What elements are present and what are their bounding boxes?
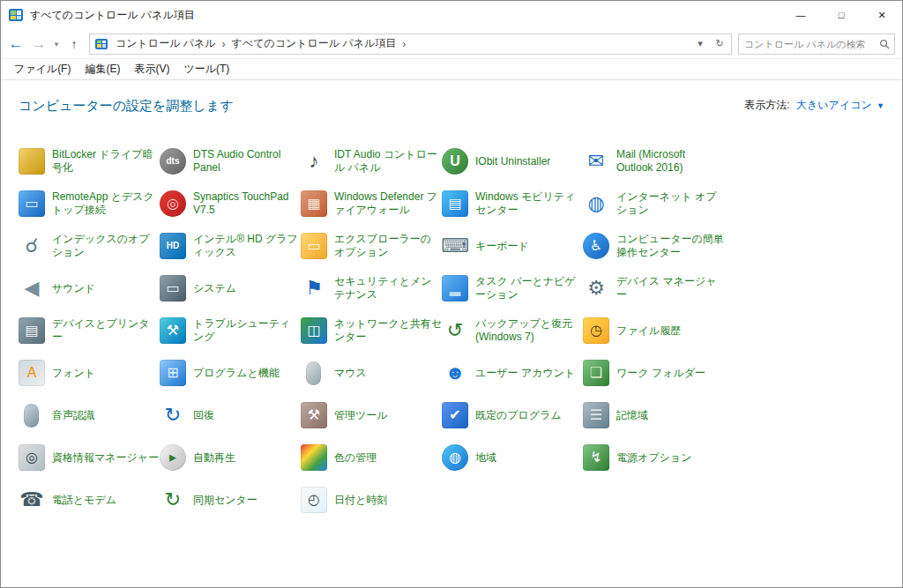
control-panel-item-label: 資格情報マネージャー [52,451,159,465]
programs-features-icon: ⊞ [160,360,186,386]
control-panel-item[interactable]: ▭エクスプローラーのオプション [301,231,442,261]
up-button[interactable]: ↑ [63,33,86,56]
control-panel-item[interactable]: ▦Windows Defender ファイアウォール [301,189,442,219]
control-panel-item[interactable]: 音声認識 [19,400,160,430]
windows-firewall-icon: ▦ [301,190,327,217]
control-panel-item-label: 地域 [475,451,496,465]
minimize-button[interactable]: — [780,1,821,29]
control-panel-item[interactable]: ▂タスク バーとナビゲーション [442,273,583,303]
forward-button[interactable]: → [27,33,50,56]
control-panel-item[interactable]: ▸自動再生 [160,443,301,473]
internet-options-icon: ◍ [583,190,609,217]
breadcrumb-item-all-items[interactable]: すべてのコントロール パネル項目 [228,33,400,54]
close-button[interactable]: ✕ [862,1,902,29]
control-panel-item[interactable]: ⊞プログラムと機能 [160,358,301,388]
control-panel-item[interactable]: Aフォント [19,358,160,388]
control-panel-item-label: プログラムと機能 [193,367,280,380]
control-panel-item[interactable]: ✔既定のプログラム [442,400,583,430]
menu-item-tools[interactable]: ツール(T) [177,59,235,79]
menu-item-view[interactable]: 表示(V) [128,59,175,79]
control-panel-item[interactable]: ◫ネットワークと共有センター [301,316,442,346]
control-panel-item-label: 電話とモデム [52,494,116,507]
maximize-button[interactable]: □ [821,1,862,29]
control-panel-item[interactable]: ◍インターネット オプション [583,189,724,219]
control-panel-item-label: バックアップと復元 (Windows 7) [475,317,583,344]
window-title: すべてのコントロール パネル項目 [30,8,780,23]
control-panel-item[interactable]: ▭システム [160,273,301,303]
control-panel-item[interactable]: BitLocker ドライブ暗号化 [19,146,160,176]
control-panel-item-label: 音声認識 [52,409,94,422]
control-panel-item[interactable]: ↺バックアップと復元 (Windows 7) [442,316,583,346]
control-panel-item[interactable]: ◴日付と時刻 [301,485,442,515]
control-panel-item[interactable]: ⚑セキュリティとメンテナンス [301,273,442,303]
control-panel-item-label: サウンド [52,282,95,295]
control-panel-item-label: ファイル履歴 [616,324,681,338]
control-panel-item[interactable]: ◀サウンド [19,273,160,303]
security-maintenance-icon: ⚑ [301,275,327,301]
control-panel-item-label: BitLocker ドライブ暗号化 [52,148,160,175]
control-panel-item-label: セキュリティとメンテナンス [334,275,442,301]
menu-item-file[interactable]: ファイル(F) [8,59,77,79]
back-button[interactable]: ← [4,33,27,56]
control-panel-item[interactable]: ☎電話とモデム [19,485,160,515]
breadcrumb-separator: › [220,38,228,50]
chevron-down-icon[interactable]: ▼ [877,101,884,110]
search-input[interactable] [739,39,875,49]
control-panel-item[interactable]: ◍地域 [442,443,583,473]
control-panel-item[interactable]: ▤Windows モビリティ センター [442,189,583,219]
control-panel-item[interactable]: ▭RemoteApp とデスクトップ接続 [19,189,160,219]
menu-item-edit[interactable]: 編集(E) [78,59,126,79]
control-panel-item[interactable]: ◎Synaptics TouchPad V7.5 [160,189,301,219]
devices-printers-icon: ▤ [19,317,45,344]
content-area: コンピューターの設定を調整します 表示方法: 大きいアイコン ▼ BitLock… [1,80,902,587]
control-panel-item-label: コンピューターの簡単操作センター [616,233,724,259]
iobit-uninstaller-icon: U [442,148,468,175]
autoplay-icon: ▸ [160,444,186,471]
control-panel-item-label: 既定のプログラム [475,409,562,422]
date-time-icon: ◴ [301,487,327,513]
recovery-icon: ↻ [160,402,186,428]
control-panel-item[interactable]: ✉Mail (Microsoft Outlook 2016) [583,146,724,176]
control-panel-item[interactable]: ❏ワーク フォルダー [583,358,724,388]
control-panel-item[interactable]: ⚒トラブルシューティング [160,316,301,346]
control-panel-item[interactable]: ↯電源オプション [583,443,724,473]
control-panel-item[interactable]: dtsDTS Audio Control Panel [160,146,301,176]
view-by-value[interactable]: 大きいアイコン [796,99,872,111]
control-panel-item[interactable]: UIObit Uninstaller [442,146,583,176]
control-panel-item[interactable]: ↻回復 [160,400,301,430]
control-panel-item-label: ワーク フォルダー [616,367,705,380]
control-panel-item[interactable]: HDインテル® HD グラフィックス [160,231,301,261]
control-panel-item-label: 自動再生 [193,451,235,465]
control-panel-item[interactable]: ⚒管理ツール [301,400,442,430]
control-panel-item[interactable]: ☻ユーザー アカウント [442,358,583,388]
phone-modem-icon: ☎ [19,487,45,513]
control-panel-item-label: トラブルシューティング [193,317,301,344]
network-sharing-icon: ◫ [301,317,327,344]
control-panel-item-label: タスク バーとナビゲーション [475,275,583,301]
search-icon[interactable] [875,39,894,49]
address-bar[interactable]: コントロール パネル › すべてのコントロール パネル項目 › ▾ ↻ [89,33,732,55]
control-panel-item[interactable]: ▤デバイスとプリンター [19,316,160,346]
control-panel-item-label: 管理ツール [334,409,388,422]
control-panel-icon [9,9,23,21]
control-panel-item[interactable]: ☰記憶域 [583,400,724,430]
control-panel-item-label: エクスプローラーのオプション [334,233,442,259]
address-dropdown-button[interactable]: ▾ [690,34,710,54]
breadcrumb-item-control-panel[interactable]: コントロール パネル [112,33,220,54]
control-panel-item[interactable]: ♪IDT Audio コントロール パネル [301,146,442,176]
control-panel-item[interactable]: ⚙デバイス マネージャー [583,273,724,303]
control-panel-item[interactable]: ◎資格情報マネージャー [19,443,160,473]
refresh-button[interactable]: ↻ [710,34,729,54]
control-panel-item[interactable]: 色の管理 [301,443,442,473]
control-panel-item[interactable]: ⌨キーボード [442,231,583,261]
search-box [738,33,895,55]
control-panel-item[interactable]: ☌インデックスのオプション [19,231,160,261]
control-panel-item-label: デバイス マネージャー [616,275,724,301]
recent-locations-dropdown[interactable]: ▾ [50,33,63,56]
control-panel-item-label: キーボード [475,240,529,253]
control-panel-item[interactable]: ◷ファイル履歴 [583,316,724,346]
control-panel-item[interactable]: ↻同期センター [160,485,301,515]
control-panel-item[interactable]: マウス [301,358,442,388]
control-panel-item[interactable]: ♿コンピューターの簡単操作センター [583,231,724,261]
control-panel-item-label: ネットワークと共有センター [334,317,442,344]
